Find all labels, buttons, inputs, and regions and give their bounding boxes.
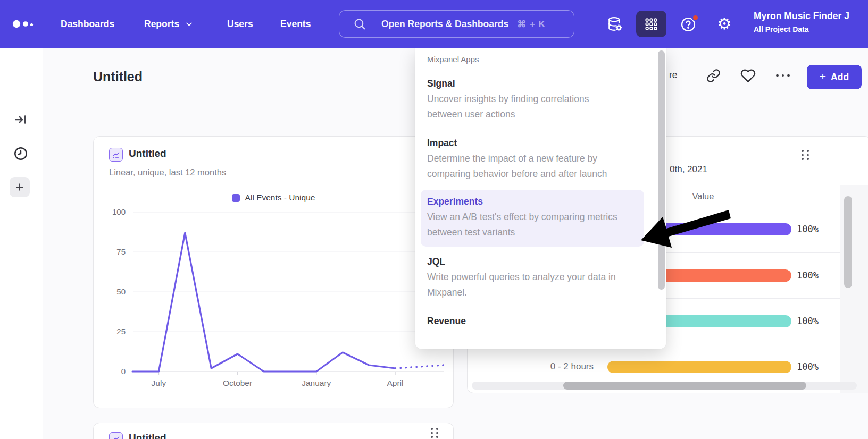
copy-link-button[interactable] [705, 67, 721, 83]
panel-scrollbar[interactable] [658, 50, 665, 290]
plus-icon: + [820, 70, 826, 83]
add-new-button[interactable] [10, 177, 30, 197]
line-chart-type-icon [109, 432, 123, 439]
svg-text:October: October [223, 378, 252, 387]
row-percent: 100% [797, 270, 819, 281]
settings-button[interactable]: ⚙ [715, 14, 734, 34]
app-item-name: JQL [427, 256, 632, 267]
column-header-value: Value [663, 191, 743, 201]
nav-events[interactable]: Events [280, 0, 311, 48]
card-title[interactable]: Untitled [129, 432, 166, 439]
search-placeholder: Open Reports & Dashboards [381, 19, 508, 30]
arrow-to-bar-icon [14, 113, 28, 126]
card-title[interactable]: Untitled [129, 148, 166, 159]
apps-menu-title: Mixpanel Apps [427, 55, 632, 64]
drag-handle[interactable] [802, 150, 809, 160]
app-item-name: Revenue [427, 316, 632, 327]
database-gear-icon [606, 16, 623, 33]
expand-sidebar-button[interactable] [13, 112, 29, 128]
page-title: Untitled [93, 69, 143, 85]
plus-icon [14, 182, 25, 192]
apps-grid-icon [644, 17, 658, 31]
line-chart-type-icon [109, 148, 123, 162]
apps-menu-item-signal[interactable]: Signal Uncover insights by finding corre… [427, 78, 632, 122]
user-name: Myron Music Finder J [754, 11, 868, 22]
help-button[interactable] [680, 16, 697, 33]
favorite-button[interactable] [739, 67, 756, 84]
app-item-name: Impact [427, 138, 632, 149]
svg-text:0: 0 [121, 367, 126, 376]
search-shortcut: ⌘ + K [517, 19, 546, 30]
svg-text:25: 25 [116, 327, 126, 336]
link-icon [706, 69, 721, 83]
user-project: All Project Data [754, 25, 868, 33]
row-percent: 100% [797, 361, 819, 372]
apps-menu-item-impact[interactable]: Impact Determine the impact of a new fea… [427, 138, 632, 182]
user-menu[interactable]: Myron Music Finder J All Project Data [754, 11, 868, 33]
legend-label: All Events - Unique [245, 193, 315, 202]
nav-dashboards[interactable]: Dashboards [61, 0, 114, 48]
search-input[interactable]: Open Reports & Dashboards ⌘ + K [339, 10, 574, 38]
drag-handle[interactable] [431, 428, 438, 438]
apps-menu-item-revenue[interactable]: Revenue [427, 316, 632, 327]
chevron-down-icon [185, 20, 194, 29]
vertical-scrollbar[interactable] [844, 196, 852, 288]
search-icon [353, 18, 366, 31]
nav-events-label: Events [280, 19, 311, 30]
add-button-label: Add [831, 72, 849, 83]
divider [94, 185, 453, 185]
app-item-name: Signal [427, 78, 632, 89]
apps-menu-item-experiments[interactable]: Experiments View an A/B test's effect by… [421, 190, 644, 247]
horizontal-scrollbar[interactable] [563, 382, 806, 390]
app-item-description: View an A/B test's effect by comparing m… [427, 209, 625, 240]
app-item-name: Experiments [427, 196, 636, 207]
nav-reports[interactable]: Reports [144, 0, 194, 48]
nav-users-label: Users [227, 19, 253, 30]
clock-icon [13, 146, 28, 161]
line-chart-card: Untitled Linear, unique, last 12 months … [93, 136, 454, 408]
apps-menu-button[interactable] [636, 11, 666, 37]
svg-text:100: 100 [112, 207, 126, 216]
svg-text:July: July [152, 378, 166, 387]
chart-legend[interactable]: All Events - Unique [94, 193, 453, 202]
row-percent: 100% [797, 316, 819, 326]
left-sidebar [0, 48, 43, 439]
nav-reports-label: Reports [144, 19, 179, 30]
svg-text:April: April [387, 378, 403, 387]
more-options-button[interactable] [772, 72, 794, 79]
app-item-description: Uncover insights by finding correlations… [427, 91, 625, 122]
heart-icon [740, 68, 756, 83]
value-bar [607, 361, 791, 373]
app-item-description: Write powerful queries to analyze your d… [427, 269, 625, 300]
svg-text:75: 75 [116, 247, 126, 256]
table-row[interactable]: 0 - 2 hours 100% [468, 344, 840, 381]
data-management-button[interactable] [604, 15, 625, 34]
app-item-description: Determine the impact of a new feature by… [427, 151, 625, 182]
apps-menu-panel: Mixpanel Apps Signal Uncover insights by… [415, 48, 666, 349]
top-navbar: Dashboards Reports Users Events Open Rep… [0, 0, 868, 48]
card-subtitle-partial: 0th, 2021 [670, 164, 707, 175]
notification-dot [692, 14, 699, 21]
nav-dashboards-label: Dashboards [61, 19, 114, 30]
nav-users[interactable]: Users [227, 0, 253, 48]
svg-text:50: 50 [116, 287, 126, 296]
share-button-partial[interactable]: re [669, 70, 678, 81]
svg-text:January: January [302, 378, 331, 387]
card-subtitle: Linear, unique, last 12 months [109, 167, 226, 178]
add-button[interactable]: + Add [807, 65, 862, 89]
gear-icon: ⚙ [717, 16, 732, 32]
mixpanel-logo-icon[interactable] [12, 16, 35, 33]
second-chart-card: Untitled [93, 423, 454, 439]
recent-button[interactable] [13, 146, 29, 162]
row-percent: 100% [797, 224, 819, 234]
apps-menu-item-jql[interactable]: JQL Write powerful queries to analyze yo… [427, 256, 632, 300]
row-label: 0 - 2 hours [468, 361, 594, 372]
legend-swatch [232, 194, 240, 202]
